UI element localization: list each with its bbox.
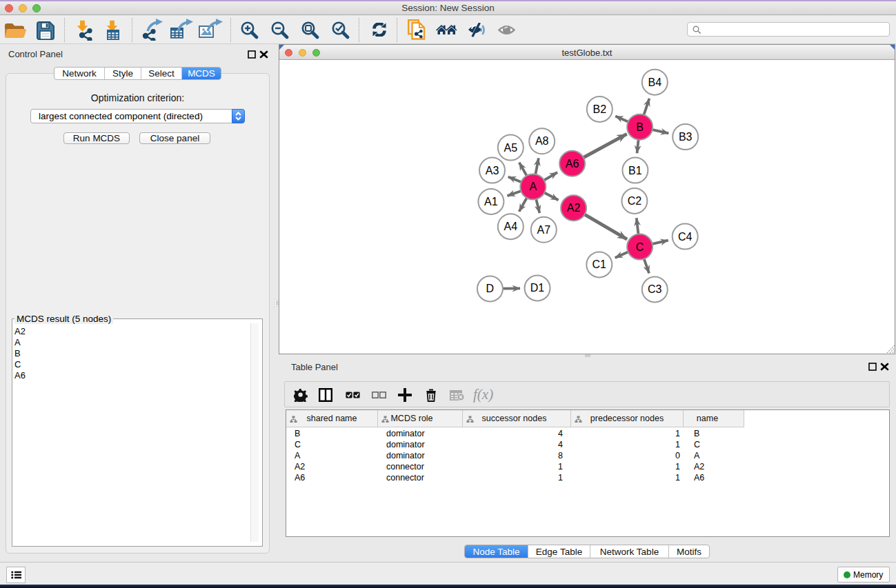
svg-text:A7: A7: [537, 224, 551, 236]
svg-text:B4: B4: [648, 77, 662, 88]
svg-text:A6: A6: [566, 158, 579, 170]
svg-text:B1: B1: [628, 165, 642, 176]
svg-text:A2: A2: [567, 202, 581, 214]
svg-text:A3: A3: [486, 165, 499, 176]
svg-text:C1: C1: [593, 258, 607, 270]
svg-text:A4: A4: [504, 221, 518, 232]
svg-text:A5: A5: [504, 142, 518, 154]
svg-text:D1: D1: [530, 282, 545, 294]
svg-text:C2: C2: [628, 195, 642, 207]
svg-text:D: D: [486, 283, 495, 294]
svg-text:A: A: [529, 181, 537, 192]
svg-text:C4: C4: [678, 231, 693, 243]
svg-text:A1: A1: [484, 196, 498, 207]
svg-text:C: C: [636, 241, 644, 253]
svg-text:B2: B2: [593, 103, 607, 115]
svg-text:A8: A8: [535, 135, 549, 147]
svg-text:B: B: [636, 121, 644, 133]
svg-text:B3: B3: [679, 131, 693, 143]
svg-text:C3: C3: [648, 283, 662, 295]
